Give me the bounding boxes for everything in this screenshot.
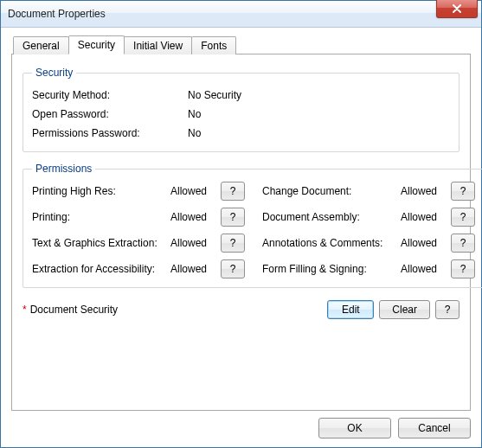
edit-button[interactable]: Edit <box>327 300 374 319</box>
perm-extraction-accessibility-label: Extraction for Accessibility: <box>32 263 170 275</box>
perm-text-graphics-extraction-value: Allowed <box>170 237 221 249</box>
perm-annotations-comments-help-button[interactable]: ? <box>451 234 475 253</box>
perm-form-filling-signing-value: Allowed <box>401 263 451 275</box>
security-legend: Security <box>32 67 76 79</box>
tab-general[interactable]: General <box>13 36 69 54</box>
document-properties-dialog: Document Properties General Security Ini… <box>0 0 482 448</box>
perm-printing-label: Printing: <box>32 211 170 223</box>
perm-printing-highres-label: Printing High Res: <box>32 185 170 197</box>
perm-extraction-accessibility-help-button[interactable]: ? <box>221 259 245 278</box>
permissions-password-row: Permissions Password: No <box>32 124 450 143</box>
permissions-password-value: No <box>188 127 201 139</box>
perm-change-document-value: Allowed <box>401 185 451 197</box>
perm-text-graphics-extraction-label: Text & Graphics Extraction: <box>32 237 170 249</box>
perm-text-graphics-extraction-help-button[interactable]: ? <box>221 234 245 253</box>
close-icon <box>452 4 462 13</box>
document-security-help-button[interactable]: ? <box>435 300 460 319</box>
perm-document-assembly-value: Allowed <box>401 211 451 223</box>
perm-printing-highres-value: Allowed <box>170 185 221 197</box>
perm-document-assembly-help-button[interactable]: ? <box>451 208 475 227</box>
client-area: General Security Initial View Fonts Secu… <box>1 28 481 447</box>
perm-printing-highres-help-button[interactable]: ? <box>221 182 245 201</box>
permissions-grid: Printing High Res: Allowed ? Change Docu… <box>32 182 477 278</box>
perm-form-filling-signing-label: Form Filling & Signing: <box>262 263 401 275</box>
clear-button[interactable]: Clear <box>379 300 430 319</box>
perm-form-filling-signing-help-button[interactable]: ? <box>451 259 475 278</box>
dialog-footer: OK Cancel <box>11 411 471 438</box>
security-group: Security Security Method: No Security Op… <box>22 67 460 152</box>
permissions-password-label: Permissions Password: <box>32 127 188 139</box>
perm-annotations-comments-label: Annotations & Comments: <box>262 237 401 249</box>
document-security-label: Document Security <box>30 304 118 316</box>
perm-change-document-label: Change Document: <box>262 185 401 197</box>
perm-extraction-accessibility-value: Allowed <box>170 263 221 275</box>
document-security-row: * Document Security Edit Clear ? <box>22 300 460 319</box>
tabstrip: General Security Initial View Fonts <box>13 35 471 54</box>
ok-button[interactable]: OK <box>318 418 391 438</box>
cancel-button[interactable]: Cancel <box>398 418 471 438</box>
security-method-label: Security Method: <box>32 89 188 101</box>
permissions-legend: Permissions <box>32 163 95 175</box>
open-password-label: Open Password: <box>32 108 188 120</box>
perm-annotations-comments-value: Allowed <box>401 237 451 249</box>
tab-fonts[interactable]: Fonts <box>191 36 236 54</box>
perm-printing-value: Allowed <box>170 211 221 223</box>
asterisk-icon: * <box>22 304 27 316</box>
titlebar: Document Properties <box>1 1 481 28</box>
open-password-row: Open Password: No <box>32 105 450 124</box>
perm-document-assembly-label: Document Assembly: <box>262 211 401 223</box>
tab-panel-security: Security Security Method: No Security Op… <box>11 54 471 411</box>
perm-printing-help-button[interactable]: ? <box>221 208 245 227</box>
security-method-row: Security Method: No Security <box>32 86 450 105</box>
security-method-value: No Security <box>188 89 241 101</box>
permissions-group: Permissions Printing High Res: Allowed ?… <box>22 163 482 288</box>
tab-security[interactable]: Security <box>68 35 125 54</box>
open-password-value: No <box>188 108 201 120</box>
tab-initial-view[interactable]: Initial View <box>124 36 192 54</box>
window-title: Document Properties <box>8 8 106 20</box>
close-button[interactable] <box>436 0 478 18</box>
perm-change-document-help-button[interactable]: ? <box>451 182 475 201</box>
